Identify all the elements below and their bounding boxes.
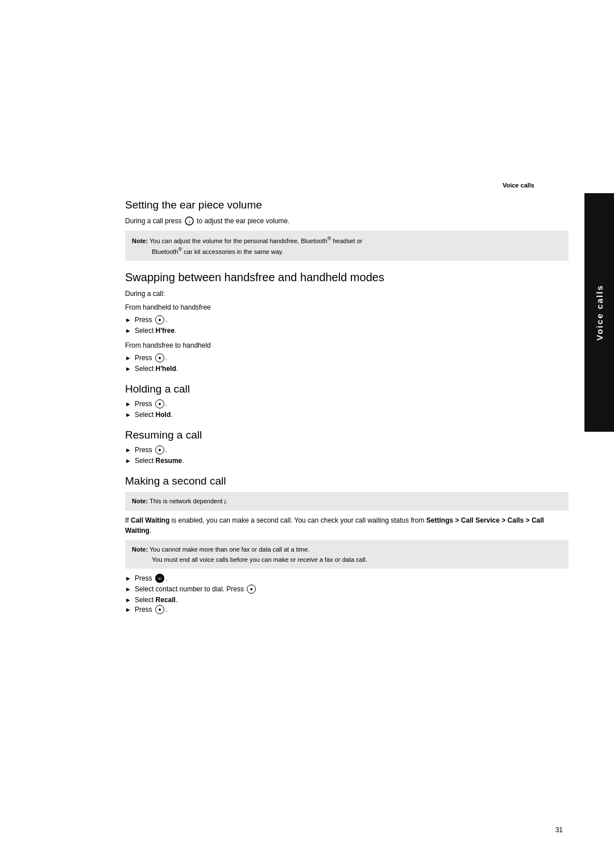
- making-second-body: If Call Waiting is enabled, you can make…: [125, 515, 569, 536]
- making-second-bullet-1: ► Press ☏.: [125, 574, 569, 583]
- settings-path-bold: Settings > Call Service > Calls > Call W…: [125, 516, 544, 535]
- bullet-arrow-2: ►: [125, 327, 131, 334]
- note-bold-2: Note:: [132, 498, 148, 504]
- swapping-bullet-3: ► Press ●.: [125, 354, 569, 363]
- section-resuming: Resuming a call ► Press ●. ► Select Resu…: [125, 429, 569, 465]
- menu-icon-2: ●: [155, 353, 164, 362]
- ear-piece-title: Setting the ear piece volume: [125, 199, 569, 211]
- swapping-from-handheld-label: From handheld to handsfree: [125, 302, 569, 312]
- bullet-arrow-4: ►: [125, 365, 131, 372]
- note-indent-2: You must end all voice calls before you …: [152, 555, 562, 565]
- swapping-from-handsfree-label: From handsfree to handheld: [125, 340, 569, 350]
- swapping-bullet-2: ► Select H'free.: [125, 327, 569, 335]
- section-swapping: Swapping between handsfree and handheld …: [125, 271, 569, 373]
- side-tab: Voice calls: [584, 193, 614, 432]
- making-second-note1: Note: This is network dependent i.: [125, 492, 569, 511]
- recall-bold: Recall: [156, 596, 176, 604]
- menu-icon-6: ●: [155, 605, 164, 614]
- making-second-bullet-2: ► Select contact number to dial. Press ●: [125, 585, 569, 594]
- menu-icon-5: ●: [247, 585, 256, 594]
- bullet-arrow-1: ►: [125, 316, 131, 323]
- note-bold-3: Note:: [132, 546, 148, 553]
- header-label: Voice calls: [125, 182, 534, 189]
- page-number: 31: [555, 826, 563, 834]
- hfree-bold: H'free: [156, 327, 175, 335]
- ear-piece-body: During a call press ♪ to adjust the ear …: [125, 216, 569, 226]
- main-content: Voice calls Setting the ear piece volume…: [125, 0, 569, 662]
- page-container: Voice calls Voice calls Setting the ear …: [0, 0, 614, 868]
- swapping-bullet-4: ► Select H'held.: [125, 365, 569, 373]
- section-holding: Holding a call ► Press ●. ► Select Hold.: [125, 383, 569, 419]
- hold-bold: Hold: [156, 411, 171, 419]
- bullet-arrow-3: ►: [125, 354, 131, 361]
- menu-icon-4: ●: [155, 445, 164, 454]
- swapping-bullet-1: ► Press ●.: [125, 316, 569, 325]
- menu-icon-1: ●: [155, 315, 164, 324]
- making-second-note2: Note: You cannot make more than one fax …: [125, 540, 569, 569]
- making-second-bullets: ► Press ☏. ► Select contact number to di…: [125, 574, 569, 615]
- svg-text:♪: ♪: [188, 219, 190, 224]
- section-ear-piece: Setting the ear piece volume During a ca…: [125, 199, 569, 261]
- network-icon: i: [224, 498, 225, 505]
- section-making-second: Making a second call Note: This is netwo…: [125, 475, 569, 615]
- bullet-arrow-6: ►: [125, 411, 131, 418]
- bullet-arrow-8: ►: [125, 457, 131, 464]
- menu-icon-3: ●: [155, 399, 164, 408]
- holding-title: Holding a call: [125, 383, 569, 395]
- bullet-arrow-12: ►: [125, 606, 131, 613]
- making-second-bullet-3: ► Select Recall.: [125, 596, 569, 604]
- bullet-arrow-5: ►: [125, 400, 131, 407]
- making-second-title: Making a second call: [125, 475, 569, 487]
- making-second-bullet-4: ► Press ●.: [125, 606, 569, 615]
- call-waiting-bold: Call Waiting: [131, 516, 169, 524]
- bullet-arrow-7: ►: [125, 446, 131, 453]
- note-bold-1: Note:: [132, 237, 148, 244]
- bullet-arrow-9: ►: [125, 575, 131, 582]
- holding-bullet-1: ► Press ●.: [125, 400, 569, 409]
- resuming-title: Resuming a call: [125, 429, 569, 441]
- holding-bullet-2: ► Select Hold.: [125, 411, 569, 419]
- swapping-title: Swapping between handsfree and handheld …: [125, 271, 569, 284]
- resuming-bullet-1: ► Press ●.: [125, 446, 569, 455]
- volume-icon: ♪: [185, 216, 194, 226]
- swapping-during-call: During a call:: [125, 289, 569, 299]
- bullet-arrow-11: ►: [125, 596, 131, 603]
- hheld-bold: H'held: [156, 365, 176, 373]
- note-indent-1: Bluetooth® car kit accessories in the sa…: [152, 246, 562, 256]
- side-tab-label: Voice calls: [595, 285, 604, 340]
- bullet-arrow-10: ►: [125, 586, 131, 592]
- ear-piece-note: Note: You can adjust the volume for the …: [125, 231, 569, 261]
- resume-bold: Resume: [156, 457, 182, 465]
- phone-icon-1: ☏: [155, 574, 164, 583]
- resuming-bullet-2: ► Select Resume.: [125, 457, 569, 465]
